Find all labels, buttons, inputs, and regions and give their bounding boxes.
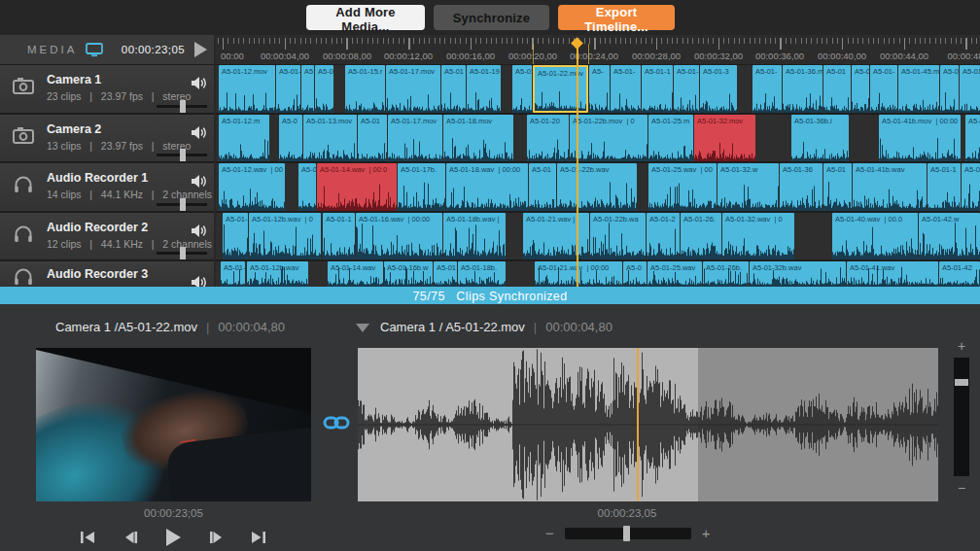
volume-slider-thumb[interactable] (180, 198, 186, 211)
volume-slider-thumb[interactable] (180, 149, 186, 161)
add-more-media-button[interactable]: Add More Media... (306, 5, 425, 30)
timeline-clip[interactable]: A5-01-12b.wav | 0 (249, 213, 321, 259)
previous-frame-button[interactable] (123, 526, 138, 549)
timeline-clip[interactable]: A5-01-22b.mov | 0 (570, 115, 648, 161)
timeline-track-4[interactable]: A5-01-A5-01-12b.wav | 0A5-01-1A5-01-16.w… (216, 213, 980, 259)
volume-slider-thumb[interactable] (180, 100, 186, 113)
timeline-clip[interactable]: A5-01-20 (527, 115, 569, 161)
timeline-clip[interactable]: A5-01-26. (681, 213, 721, 259)
zoom-out-icon[interactable]: − (958, 481, 965, 495)
timeline-clip[interactable]: A5-0 (852, 65, 869, 113)
timeline-clip[interactable]: A5-01-12.wav | 00 (219, 163, 285, 211)
timeline-clip[interactable]: A5-01-25.wav | 00 (648, 163, 717, 211)
timeline-clip[interactable]: A5-01-32.mov (694, 115, 755, 161)
speaker-icon[interactable] (191, 275, 207, 287)
playhead-line[interactable] (577, 47, 578, 287)
volume-slider[interactable] (157, 203, 207, 206)
timeline-track-5[interactable]: A5-01-A5-01-12b.wavA5-01-14.wavA5-01-16b… (216, 261, 980, 287)
timeline-clip[interactable]: A5-01- (674, 65, 699, 113)
timeline-clip[interactable]: A5-0 (279, 115, 302, 161)
play-button[interactable] (164, 526, 182, 549)
timeline-clip[interactable]: A5-01-1 (928, 163, 961, 211)
timeline-ruler[interactable]: 00:0000:00:04,0000:00:08,0000:00:12,0000… (216, 35, 980, 64)
timeline-clip[interactable]: A5-01-41.wav (847, 261, 938, 287)
timeline-clip[interactable]: A5-01-41b.mov | 00:00 (879, 115, 961, 161)
timeline-clip[interactable]: A5-01 (965, 115, 980, 161)
timeline-clip[interactable]: A5- (589, 65, 610, 113)
timeline-clip[interactable]: A5-01-14.wav (328, 261, 383, 287)
timeline-track-1[interactable]: A5-01-12.movA5-01-A5A5-01A5-01-15.rA5-01… (216, 65, 980, 113)
dropdown-arrow-icon[interactable] (356, 324, 369, 332)
track-header-camera-1[interactable]: Camera 1 23 clips | 23.97 fps | stereo (0, 65, 214, 113)
zoom-slider-thumb[interactable] (623, 526, 630, 541)
timeline-clip[interactable]: A5-01-41b.wav (853, 163, 927, 211)
timeline-clip[interactable]: A5-01-12b.wav (247, 261, 308, 287)
timeline-clip[interactable]: A5-01- (752, 65, 782, 113)
timeline-clip[interactable]: A5-01-36b.i (791, 115, 849, 161)
volume-slider-thumb[interactable] (180, 247, 186, 259)
zoom-in-icon[interactable]: + (702, 526, 711, 540)
timeline-clip[interactable]: A5-01-36 (780, 163, 822, 211)
speaker-icon[interactable] (191, 125, 207, 140)
synchronize-button[interactable]: Synchronize (434, 5, 549, 30)
timeline-clip[interactable]: A5-01 (358, 115, 387, 161)
timeline-clip[interactable]: A5-01 (315, 65, 333, 113)
zoom-slider-track[interactable] (565, 528, 691, 539)
timeline-clip[interactable]: A5-01-17.mov (386, 65, 440, 113)
export-timeline-button[interactable]: Export Timeline... (558, 5, 675, 30)
track-header-camera-2[interactable]: Camera 2 13 clips | 23.97 fps | stereo (0, 115, 214, 161)
timeline-clip[interactable]: A5-01-45.m (898, 65, 939, 113)
timeline-clip[interactable]: A5-01 (940, 65, 959, 113)
timeline-clip[interactable]: A5-01-2 (647, 213, 680, 259)
timeline-clip[interactable]: A5-0 (623, 261, 647, 287)
timeline-clip[interactable]: A5-01-25.m (648, 115, 693, 161)
waveform-playhead-line[interactable] (637, 348, 639, 501)
timeline-clip[interactable]: A5-01 (823, 163, 852, 211)
timeline-clip[interactable]: A5-01- (221, 261, 245, 287)
timeline-clip[interactable]: A5-01-26b. (703, 261, 749, 287)
speaker-icon[interactable] (191, 174, 207, 189)
zoom-out-icon[interactable]: − (545, 526, 554, 540)
volume-slider[interactable] (157, 154, 207, 156)
timeline-track-2[interactable]: A5-01-12.mA5-0A5-01-13.movA5-01A5-01-17.… (216, 115, 980, 161)
timeline-track-3[interactable]: A5-01-12.wav | 00A5-0A5-01-14.wav | 00:0… (216, 163, 980, 211)
speaker-icon[interactable] (191, 224, 207, 238)
timeline-clip[interactable]: A5-01-3 (700, 65, 737, 113)
timeline-clip[interactable]: A5-01- (276, 65, 300, 113)
volume-slider[interactable] (157, 105, 207, 108)
timeline-clip[interactable]: A5-0 (962, 163, 980, 211)
timeline-clip[interactable]: A5-01-12.mov (219, 65, 275, 113)
timeline-clip[interactable]: A5-01-32.w (718, 163, 779, 211)
timeline-clip[interactable]: A5-01-15.r (345, 65, 385, 113)
go-to-end-button[interactable] (250, 526, 266, 549)
timeline-clip[interactable]: A5-01 (441, 65, 466, 113)
video-preview[interactable] (36, 348, 311, 501)
timeline-clip[interactable]: A5-01-42.w (919, 213, 980, 259)
timeline-clip[interactable]: A5-01-19 (467, 65, 501, 113)
speaker-icon[interactable] (191, 76, 207, 90)
timeline-clip[interactable]: A5-01-18b. (458, 261, 506, 287)
timeline-clip[interactable]: A5-01-17b. (398, 163, 445, 211)
timeline-clip[interactable]: A5-01-22b.wav (557, 163, 637, 211)
timeline-clip[interactable]: A5-01-22b.wa (590, 213, 646, 259)
vertical-slider-thumb[interactable] (955, 379, 968, 386)
vertical-slider-track[interactable] (954, 358, 969, 476)
timeline-clip[interactable]: A5-01 (512, 65, 532, 113)
timeline-clip[interactable]: A5-01-18.wav | 00:00 (446, 163, 528, 211)
timeline-clips-area[interactable]: A5-01-12.movA5-01-A5A5-01A5-01-15.rA5-01… (216, 64, 980, 287)
timeline-clip[interactable]: A5-01-25.wav (648, 261, 702, 287)
timeline-clip[interactable]: A5-01-40.wav | 00.0 (832, 213, 918, 259)
track-header-audio-recorder-2[interactable]: Audio Recorder 2 12 clips | 44.1 KHz | 2… (0, 213, 214, 259)
play-icon[interactable] (194, 42, 207, 57)
timeline-clip[interactable]: A5-01-32b.wav (750, 261, 846, 287)
zoom-in-icon[interactable]: + (958, 339, 965, 353)
timeline-clip[interactable]: A5-0 (298, 163, 316, 211)
timeline-clip[interactable]: A5-01- (960, 65, 980, 113)
timeline-clip[interactable]: A5-01-18b.wav | (443, 213, 506, 259)
timeline-clip[interactable]: A5-01 (823, 65, 851, 113)
timeline-clip[interactable]: A5-01-13.mov (303, 115, 357, 161)
volume-slider[interactable] (157, 252, 207, 255)
timeline-clip[interactable]: A5-01-1 (323, 213, 355, 259)
timeline-clip[interactable]: A5-01-14.wav | 00:0 (317, 163, 397, 211)
link-icon[interactable] (323, 414, 350, 431)
